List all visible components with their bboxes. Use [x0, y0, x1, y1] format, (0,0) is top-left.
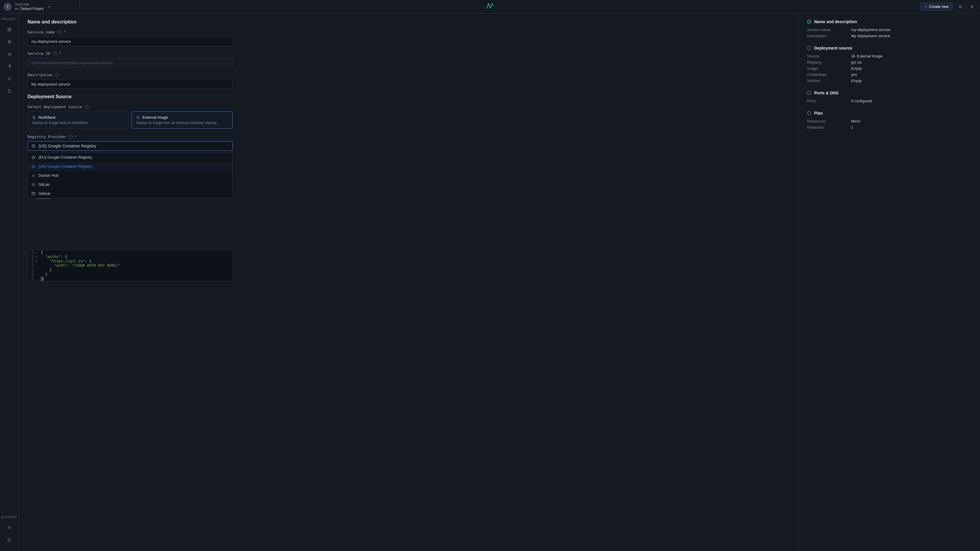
description-label: Description: [27, 73, 53, 77]
sidebar-settings[interactable]: [4, 522, 15, 533]
summary-key: Description:: [807, 34, 851, 38]
link-icon: [32, 115, 36, 119]
svg-point-1: [17, 8, 18, 10]
cloud-download-icon: [851, 54, 855, 58]
create-new-label: Create new: [929, 5, 949, 9]
svg-point-0: [15, 8, 16, 10]
sidebar-dashboard[interactable]: [4, 24, 15, 35]
help-icon[interactable]: ?: [53, 52, 57, 56]
required-mark: *: [75, 135, 77, 139]
source-option-title: External Image: [142, 115, 168, 119]
topbar: Y YourUser Default Project ▾ + Create ne…: [0, 0, 980, 13]
registry-option-label: Docker Hub: [38, 173, 59, 178]
sidebar-logout[interactable]: [4, 535, 15, 545]
svg-point-6: [9, 527, 10, 528]
section-name-desc: Name and description: [27, 19, 789, 25]
main-form: Name and description Service name ? * Se…: [19, 13, 798, 551]
username: YourUser: [15, 2, 44, 6]
summary-value: my-deployment-service: [851, 27, 890, 32]
summary-key: Verified:: [807, 78, 851, 83]
source-option-title: Northflank: [38, 115, 56, 119]
summary-section-title: Ports & DNS: [814, 91, 838, 95]
summary-value: gcr-us: [851, 60, 862, 64]
registry-provider-label: Registry Provider: [27, 135, 66, 139]
help-icon[interactable]: ?: [55, 73, 59, 77]
source-option-northflank[interactable]: Northflank Deploy an image built on Nort…: [27, 111, 129, 129]
status-incomplete-icon: [807, 111, 811, 115]
summary-value: Empty: [851, 66, 862, 71]
summary-section-title: Deployment source: [814, 46, 852, 50]
credentials-editor[interactable]: 1▾{ 2▾ "auths": { 3▾ "https://gcr.io": {…: [27, 250, 233, 281]
registry-option-github[interactable]: GitHub: [28, 189, 232, 198]
registry-provider-select[interactable]: (US) Google Container Registry ⌃: [27, 141, 233, 151]
status-complete-icon: [807, 20, 811, 24]
sidebar-section-project: Project: [2, 18, 17, 21]
layers-icon: [7, 40, 11, 44]
registry-option-us-gcr[interactable]: (US) Google Container Registry: [28, 162, 232, 171]
lightning-icon: [970, 5, 974, 9]
summary-value: Empty: [851, 78, 862, 83]
summary-value: External Image: [851, 54, 882, 58]
project-icon: [15, 7, 19, 11]
svg-rect-11: [33, 175, 33, 176]
help-icon[interactable]: ?: [85, 105, 89, 109]
registry-dropdown: (EU) Google Container Registry (US) Goog…: [27, 153, 233, 198]
registry-option-gitlab[interactable]: GitLab: [28, 180, 232, 189]
puzzle-icon: [7, 77, 11, 81]
svg-rect-3: [10, 28, 11, 29]
svg-rect-5: [10, 30, 11, 31]
source-option-desc: Deploy an image built on Northflank: [32, 121, 124, 125]
file-icon: [7, 89, 11, 93]
svg-rect-10: [32, 175, 33, 176]
sidebar-section-account: Account: [1, 516, 17, 519]
service-name-label: Service name: [27, 30, 55, 34]
summary-value: My deployment service: [851, 34, 890, 38]
help-icon[interactable]: ?: [57, 30, 61, 34]
section-deployment-source: Deployment Source: [27, 94, 789, 99]
source-option-desc: Deploy an image from an external contain…: [136, 121, 228, 125]
registry-option-dockerhub[interactable]: Docker Hub: [28, 171, 232, 180]
registry-option-eu-gcr[interactable]: (EU) Google Container Registry: [28, 153, 232, 162]
sidebar-addons[interactable]: [4, 73, 15, 84]
description-input[interactable]: [27, 80, 233, 89]
sidebar-pipelines[interactable]: [4, 49, 15, 59]
summary-value: Micro: [851, 119, 861, 123]
google-icon: [31, 144, 35, 148]
required-mark: *: [59, 51, 62, 56]
summary-key: Image:: [807, 66, 851, 71]
logout-icon: [7, 538, 11, 542]
svg-rect-13: [33, 174, 33, 175]
chevron-up-icon: ⌃: [226, 145, 229, 148]
code-text: {: [41, 250, 43, 255]
summary-value: 0 configured: [851, 99, 872, 103]
gitlab-icon: [31, 183, 35, 187]
grid-icon: [7, 27, 11, 32]
project-switcher[interactable]: Y YourUser Default Project ▾: [3, 2, 80, 11]
docker-icon: [31, 174, 35, 178]
svg-rect-2: [8, 28, 9, 29]
summary-key: Registry:: [807, 60, 851, 64]
summary-key: Ports:: [807, 99, 851, 103]
sidebar-jobs[interactable]: [4, 61, 15, 72]
summary-key: Source:: [807, 54, 851, 58]
current-project: Default Project: [21, 7, 44, 11]
sidebar-services[interactable]: [4, 37, 15, 47]
registry-selected-label: (US) Google Container Registry: [38, 143, 96, 148]
summary-section-title: Name and description: [814, 19, 857, 24]
registry-option-label: GitHub: [38, 191, 50, 196]
plus-icon: +: [924, 5, 927, 9]
shuffle-icon: [7, 52, 11, 56]
help-button[interactable]: [968, 2, 977, 11]
service-id-label: Service ID: [27, 51, 50, 56]
registry-option-label: (EU) Google Container Registry: [38, 155, 92, 159]
logo: [486, 3, 494, 10]
service-name-input[interactable]: [27, 37, 233, 46]
notifications-button[interactable]: [956, 2, 965, 11]
help-icon[interactable]: ?: [68, 135, 73, 139]
status-incomplete-icon: [807, 46, 811, 50]
create-new-button[interactable]: + Create new: [920, 2, 953, 11]
select-source-label: Select deployment source: [27, 105, 82, 109]
sidebar-templates[interactable]: [4, 86, 15, 96]
source-option-external[interactable]: External Image Deploy an image from an e…: [132, 111, 233, 129]
svg-rect-12: [34, 175, 34, 176]
